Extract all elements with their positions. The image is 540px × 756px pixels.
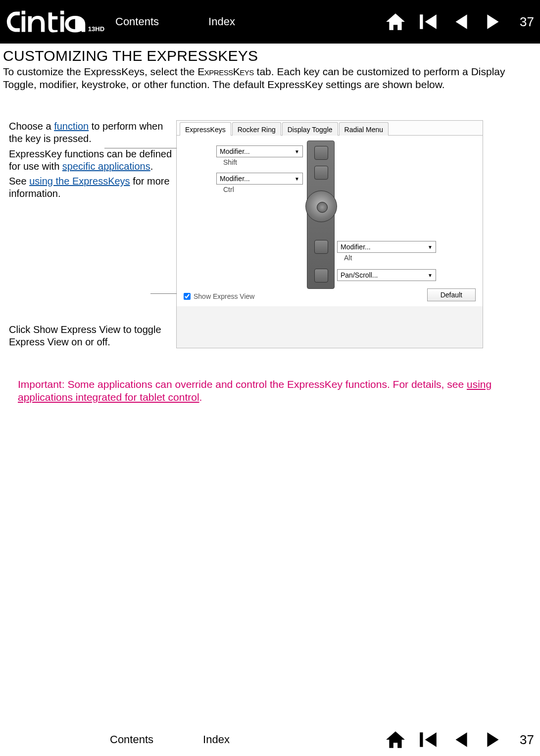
page-number: 37 bbox=[520, 732, 534, 748]
annotation-show-ev: Click Show Express View to toggle Expres… bbox=[9, 324, 173, 348]
footer-nav-links: Contents Index bbox=[110, 733, 230, 746]
key-graphic bbox=[314, 146, 328, 160]
show-express-view-checkbox[interactable]: Show Express View bbox=[184, 292, 254, 300]
svg-marker-6 bbox=[386, 13, 405, 30]
footer-toolbar-icons: 37 bbox=[385, 729, 534, 750]
tab-display-toggle[interactable]: Display Toggle bbox=[282, 122, 338, 136]
key-graphic bbox=[314, 269, 328, 283]
header-nav-links: Contents Index bbox=[115, 15, 235, 28]
function-link[interactable]: function bbox=[54, 121, 89, 132]
key-graphic bbox=[314, 240, 328, 254]
svg-marker-10 bbox=[487, 14, 498, 29]
product-logo: 13HD bbox=[6, 7, 107, 37]
next-page-icon[interactable] bbox=[483, 11, 504, 32]
svg-rect-0 bbox=[22, 16, 25, 32]
panel-tabs: ExpressKeys Rocker Ring Display Toggle R… bbox=[177, 121, 483, 136]
panel-body: Modifier...▼ Shift Modifier...▼ Ctrl Mod… bbox=[177, 136, 483, 306]
sidebar-annotations: Choose a function to perform when the ke… bbox=[3, 120, 176, 348]
svg-marker-8 bbox=[425, 14, 437, 29]
dropdown-key1-select[interactable]: Modifier...▼ bbox=[216, 145, 303, 157]
using-expresskeys-link[interactable]: using the ExpressKeys bbox=[29, 176, 130, 187]
pdf-footer: Contents Index 37 bbox=[0, 727, 540, 752]
annotation-specific-apps: ExpressKey functions can be defined for … bbox=[9, 148, 173, 173]
dropdown-key3-value: Alt bbox=[344, 254, 436, 262]
dropdown-key1-value: Shift bbox=[223, 158, 303, 166]
specific-applications-link[interactable]: specific applications bbox=[62, 161, 150, 172]
dropdown-key3: Modifier...▼ Alt bbox=[337, 241, 436, 262]
svg-marker-11 bbox=[386, 731, 405, 748]
dropdown-key4: Pan/Scroll...▼ bbox=[337, 269, 436, 281]
chevron-down-icon: ▼ bbox=[428, 244, 433, 250]
svg-marker-13 bbox=[425, 732, 437, 747]
annotation-using-expresskeys: See using the ExpressKeys for more infor… bbox=[9, 175, 173, 200]
expresskeys-panel: ExpressKeys Rocker Ring Display Toggle R… bbox=[176, 120, 483, 348]
svg-marker-9 bbox=[456, 14, 467, 29]
svg-marker-15 bbox=[487, 732, 498, 747]
svg-text:13HD: 13HD bbox=[88, 25, 104, 33]
index-link[interactable]: Index bbox=[208, 15, 235, 28]
header-toolbar-icons: 37 bbox=[385, 11, 534, 32]
dropdown-key2: Modifier...▼ Ctrl bbox=[216, 173, 303, 193]
annotation-function: Choose a function to perform when the ke… bbox=[9, 120, 173, 145]
chevron-down-icon: ▼ bbox=[428, 273, 433, 278]
tablet-expresskeys-graphic bbox=[307, 141, 335, 289]
svg-point-4 bbox=[82, 29, 85, 32]
key-graphic bbox=[314, 166, 328, 180]
svg-marker-14 bbox=[456, 732, 467, 747]
svg-rect-1 bbox=[22, 11, 25, 14]
svg-rect-2 bbox=[60, 16, 64, 32]
tab-radial-menu[interactable]: Radial Menu bbox=[339, 122, 389, 136]
pdf-header: 13HD Contents Index 37 bbox=[0, 0, 540, 44]
svg-rect-7 bbox=[420, 14, 423, 29]
index-link[interactable]: Index bbox=[203, 733, 230, 746]
dropdown-key1: Modifier...▼ Shift bbox=[216, 145, 303, 166]
rocker-ring-graphic bbox=[305, 190, 337, 222]
tab-expresskeys[interactable]: ExpressKeys bbox=[180, 122, 231, 136]
svg-rect-3 bbox=[60, 11, 64, 14]
first-page-icon[interactable] bbox=[418, 11, 439, 32]
default-button[interactable]: Default bbox=[427, 288, 476, 301]
tab-rocker-ring[interactable]: Rocker Ring bbox=[232, 122, 281, 136]
prev-page-icon[interactable] bbox=[450, 11, 471, 32]
show-express-view-input[interactable] bbox=[184, 293, 191, 300]
page-number: 37 bbox=[520, 14, 534, 30]
first-page-icon[interactable] bbox=[418, 729, 439, 750]
section-heading: CUSTOMIZING THE EXPRESSKEYS bbox=[3, 47, 537, 64]
home-icon[interactable] bbox=[385, 729, 406, 750]
dropdown-key2-value: Ctrl bbox=[223, 186, 303, 193]
home-icon[interactable] bbox=[385, 11, 406, 32]
dropdown-key4-select[interactable]: Pan/Scroll...▼ bbox=[337, 269, 436, 281]
next-page-icon[interactable] bbox=[483, 729, 504, 750]
chevron-down-icon: ▼ bbox=[295, 176, 299, 182]
contents-link[interactable]: Contents bbox=[115, 15, 159, 28]
prev-page-icon[interactable] bbox=[450, 729, 471, 750]
contents-link[interactable]: Contents bbox=[110, 733, 153, 746]
dropdown-key3-select[interactable]: Modifier...▼ bbox=[337, 241, 436, 253]
svg-rect-12 bbox=[420, 732, 423, 747]
important-note: Important: Some applications can overrid… bbox=[18, 378, 522, 404]
dropdown-key2-select[interactable]: Modifier...▼ bbox=[216, 173, 303, 185]
chevron-down-icon: ▼ bbox=[295, 149, 299, 154]
section-intro: To customize the ExpressKeys, select the… bbox=[3, 65, 537, 91]
